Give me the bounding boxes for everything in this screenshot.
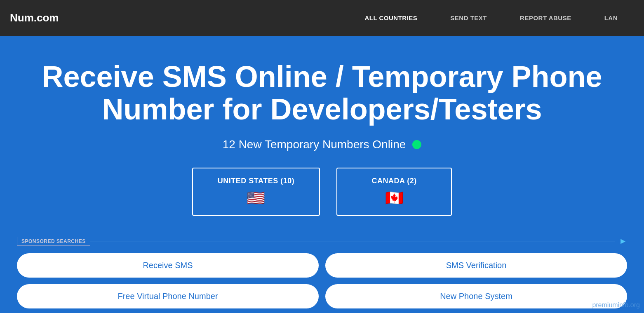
hero-title: Receive SMS Online / Temporary Phone Num… [17,61,627,126]
nav-send-text[interactable]: SEND TEXT [434,14,503,21]
country-buttons-container: UNITED STATES (10) 🇺🇸 CANADA (2) 🇨🇦 [16,168,628,216]
main-content: Receive SMS Online / Temporary Phone Num… [0,36,644,313]
nav-language[interactable]: LAN [588,14,634,21]
online-indicator [412,140,421,149]
sponsored-header: SPONSORED SEARCHES ► [17,236,627,246]
search-btn-new-phone[interactable]: New Phone System [325,284,627,308]
country-button-us[interactable]: UNITED STATES (10) 🇺🇸 [192,168,320,216]
sponsored-label: SPONSORED SEARCHES [17,237,90,246]
country-us-label: UNITED STATES (10) [218,177,294,185]
nav-report-abuse[interactable]: REPORT ABUSE [503,14,588,21]
watermark: premiuminfo.org [592,301,640,309]
nav-all-countries[interactable]: ALL COUNTRIES [348,14,434,21]
ad-icon: ► [619,236,627,246]
navbar: Num.com ALL COUNTRIES SEND TEXT REPORT A… [0,0,644,36]
sponsored-section: SPONSORED SEARCHES ► Receive SMS SMS Ver… [17,236,627,308]
country-ca-flag: 🇨🇦 [385,189,404,207]
nav-links: ALL COUNTRIES SEND TEXT REPORT ABUSE LAN [348,14,634,21]
country-us-flag: 🇺🇸 [247,189,265,207]
country-ca-label: CANADA (2) [372,177,417,185]
search-btn-receive-sms[interactable]: Receive SMS [17,253,319,278]
search-btn-sms-verification[interactable]: SMS Verification [325,253,627,278]
sponsored-divider [90,241,615,241]
subtitle-row: 12 New Temporary Numbers Online [16,138,628,151]
search-grid: Receive SMS SMS Verification Free Virtua… [17,253,627,308]
subtitle-text: 12 New Temporary Numbers Online [223,138,406,151]
country-button-ca[interactable]: CANADA (2) 🇨🇦 [336,168,452,216]
search-btn-free-virtual[interactable]: Free Virtual Phone Number [17,284,319,308]
brand-logo[interactable]: Num.com [10,12,348,24]
